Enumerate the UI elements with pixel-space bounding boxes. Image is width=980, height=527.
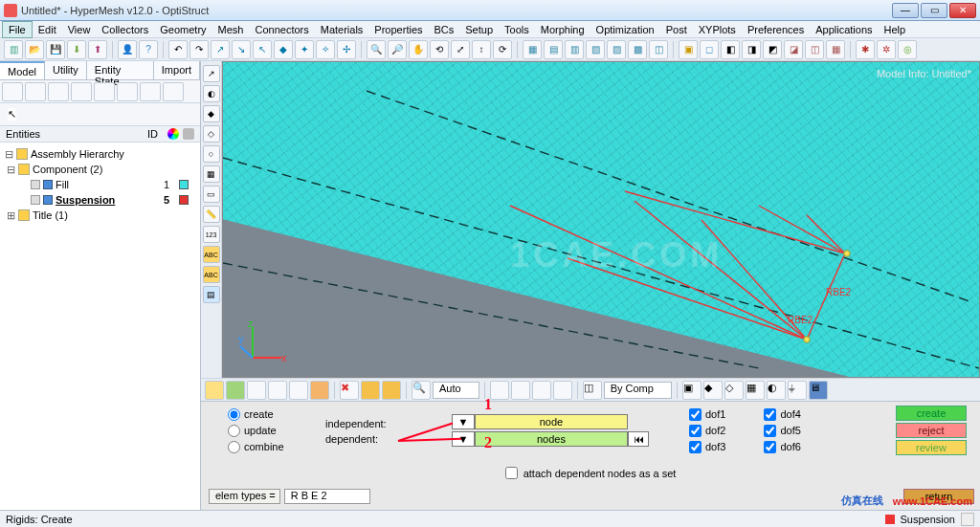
help-icon[interactable]: ?: [139, 40, 158, 59]
dependent-extend-switch[interactable]: ⏮: [628, 431, 649, 447]
gfx-icon-4[interactable]: [268, 381, 287, 400]
menu-mesh[interactable]: Mesh: [212, 22, 250, 37]
attach-checkbox[interactable]: attach dependent nodes as a set: [505, 467, 677, 479]
maximize-button[interactable]: ▭: [921, 3, 947, 18]
tab-model[interactable]: Model: [0, 61, 45, 79]
tab-import[interactable]: Import: [154, 61, 200, 79]
gfx-d4-icon[interactable]: ▦: [746, 381, 765, 400]
win1-icon[interactable]: ▦: [523, 40, 542, 59]
menu-geometry[interactable]: Geometry: [154, 22, 212, 37]
gfx-s4-icon[interactable]: [553, 381, 572, 400]
zoom-in-icon[interactable]: 🔍: [367, 40, 386, 59]
cube5-icon[interactable]: ◩: [763, 40, 782, 59]
tree-fill[interactable]: Fill 1: [4, 177, 196, 192]
menu-collectors[interactable]: Collectors: [96, 22, 154, 37]
gfx-card-icon[interactable]: [361, 381, 380, 400]
gfx-box-icon[interactable]: [382, 381, 401, 400]
pt-icon-2[interactable]: [25, 82, 46, 101]
col-id[interactable]: ID: [147, 128, 158, 140]
dof5-check[interactable]: dof5: [764, 425, 800, 437]
win3-icon[interactable]: ▥: [565, 40, 584, 59]
user-icon[interactable]: 👤: [118, 40, 137, 59]
dof6-check[interactable]: dof6: [764, 441, 800, 453]
gfx-icon-1[interactable]: [205, 381, 224, 400]
menu-post[interactable]: Post: [660, 22, 693, 37]
win7-icon[interactable]: ◫: [649, 40, 668, 59]
gfx-d6-icon[interactable]: ⏚: [788, 381, 807, 400]
menu-preferences[interactable]: Preferences: [742, 22, 810, 37]
model-tree[interactable]: ⊟ Assembly Hierarchy ⊟ Component (2) Fil…: [0, 143, 200, 510]
menu-view[interactable]: View: [62, 22, 97, 37]
refresh-icon[interactable]: ⟳: [493, 40, 512, 59]
dof1-check[interactable]: dof1: [689, 408, 725, 421]
pt-icon-1[interactable]: [2, 82, 23, 101]
gfx-s3-icon[interactable]: [532, 381, 551, 400]
vp-abc2-icon[interactable]: ABC: [203, 266, 220, 283]
menu-optimization[interactable]: Optimization: [590, 22, 660, 37]
cube3-icon[interactable]: ◧: [721, 40, 740, 59]
gfx-s1-icon[interactable]: [490, 381, 509, 400]
node-2[interactable]: [803, 336, 811, 343]
save-icon[interactable]: 💾: [46, 40, 65, 59]
elem-type-value[interactable]: R B E 2: [284, 489, 370, 504]
pt-icon-3[interactable]: [48, 82, 69, 101]
reject-button[interactable]: reject: [896, 423, 967, 438]
pt-icon-8[interactable]: [163, 82, 184, 101]
graphics-viewport[interactable]: RBE2 RBE2 1CAE.COM Model Info: Untitled*…: [222, 61, 980, 378]
vp-edge-icon[interactable]: ▭: [203, 186, 220, 203]
gfx-icon-2[interactable]: [226, 381, 245, 400]
menu-applications[interactable]: Applications: [810, 22, 878, 37]
dof2-check[interactable]: dof2: [689, 425, 725, 437]
zoom-out-icon[interactable]: 🔎: [388, 40, 407, 59]
create-button[interactable]: create: [896, 406, 967, 421]
gfx-delete-icon[interactable]: ✖: [340, 381, 359, 400]
radio-combine[interactable]: combine: [228, 441, 314, 453]
elem-types-field[interactable]: elem types =: [209, 489, 280, 504]
dof4-check[interactable]: dof4: [764, 408, 800, 421]
axis2-icon[interactable]: ✧: [316, 40, 335, 59]
menu-morphing[interactable]: Morphing: [535, 22, 590, 37]
gfx-d7-icon[interactable]: 🖥: [809, 381, 828, 400]
pt-icon-4[interactable]: [71, 82, 92, 101]
misc2-icon[interactable]: ✲: [877, 40, 896, 59]
axis3-icon[interactable]: ✢: [337, 40, 356, 59]
gfx-auto-combo[interactable]: Auto: [433, 382, 479, 399]
new-icon[interactable]: ▥: [4, 40, 23, 59]
gfx-s2-icon[interactable]: [511, 381, 530, 400]
vp-abc1-icon[interactable]: ABC: [203, 246, 220, 263]
pan-icon[interactable]: ✋: [409, 40, 428, 59]
tab-entity-state[interactable]: Entity State: [87, 61, 154, 79]
misc3-icon[interactable]: ◎: [898, 40, 917, 59]
gfx-icon-5[interactable]: [289, 381, 308, 400]
cube6-icon[interactable]: ◪: [784, 40, 803, 59]
col-entities[interactable]: Entities: [6, 128, 147, 140]
menu-setup[interactable]: Setup: [459, 22, 499, 37]
redo-icon[interactable]: ↷: [189, 40, 209, 59]
vp-show-icon[interactable]: ◐: [203, 85, 220, 102]
cube7-icon[interactable]: ◫: [805, 40, 824, 59]
tree-assembly[interactable]: ⊟ Assembly Hierarchy: [4, 146, 196, 162]
independent-node-box[interactable]: node: [475, 414, 628, 429]
status-extra-icon[interactable]: [961, 513, 974, 526]
menu-tools[interactable]: Tools: [499, 22, 535, 37]
rotate-icon[interactable]: ⟲: [430, 40, 449, 59]
misc1-icon[interactable]: ✱: [856, 40, 875, 59]
vp-orient-icon[interactable]: ↗: [203, 65, 220, 82]
pt-icon-5[interactable]: [94, 82, 115, 101]
axis-iso-icon[interactable]: ◆: [274, 40, 293, 59]
fit-icon[interactable]: ⤢: [451, 40, 470, 59]
vp-num-icon[interactable]: 123: [203, 226, 220, 243]
win5-icon[interactable]: ▨: [607, 40, 626, 59]
gfx-icon-6[interactable]: [310, 381, 329, 400]
review-button[interactable]: review: [896, 440, 967, 455]
win2-icon[interactable]: ▤: [544, 40, 563, 59]
axis-icon[interactable]: ✦: [295, 40, 314, 59]
radio-update[interactable]: update: [228, 425, 314, 437]
import-icon[interactable]: ⬇: [67, 40, 86, 59]
win4-icon[interactable]: ▧: [586, 40, 605, 59]
menu-materials[interactable]: Materials: [315, 22, 369, 37]
vp-shade-icon[interactable]: ◆: [203, 105, 220, 122]
gfx-bycomp-combo[interactable]: By Comp: [604, 382, 672, 399]
tree-component-group[interactable]: ⊟ Component (2): [4, 162, 196, 177]
minimize-button[interactable]: —: [892, 3, 919, 18]
